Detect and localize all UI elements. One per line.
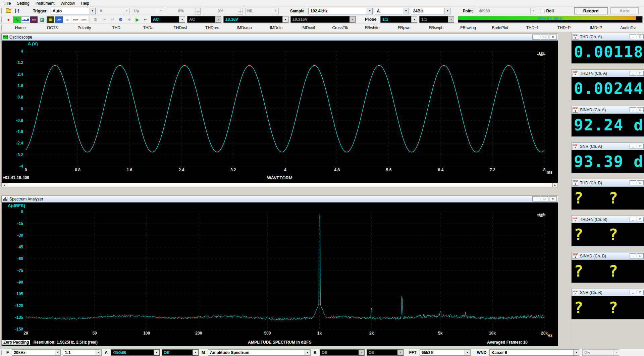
panel-tab-thdres[interactable]: THDres [196, 24, 228, 32]
panel-tab-frswph[interactable]: FRswph [420, 24, 452, 32]
panel-tab-imd~p[interactable]: IMD~P [580, 24, 612, 32]
chevron-down-icon[interactable]: ▼ [573, 350, 579, 355]
panel-tab-imdsmp[interactable]: IMDsmp [228, 24, 260, 32]
dut-icon[interactable]: DUT [55, 16, 63, 23]
toolbar-grip[interactable] [1, 8, 3, 14]
minimize-button[interactable]: _ [630, 144, 636, 149]
panel-tab-frpwn[interactable]: FRpwn [388, 24, 420, 32]
signal-generator-icon[interactable]: ≋ [47, 16, 54, 23]
restore-button[interactable]: □ [637, 217, 644, 222]
oscilloscope-titlebar[interactable]: Oscilloscope _ □ × [2, 34, 558, 41]
chevron-down-icon[interactable]: ▼ [154, 350, 159, 355]
scroll-right-icon[interactable]: ► [552, 183, 558, 187]
chevron-down-icon[interactable]: ▼ [465, 350, 470, 355]
ddp-titlebar[interactable]: DDP ⊕SINAD (Ch. B)_□× [572, 252, 644, 260]
panel-tab-thda[interactable]: THDa [132, 24, 164, 32]
sampling-rate-select[interactable]: 102.4kHz▼ [308, 8, 373, 14]
minimize-button[interactable]: _ [630, 290, 636, 295]
panel-tab-polarity[interactable]: Polarity [68, 24, 100, 32]
panel-tab-home[interactable]: Home [4, 24, 36, 32]
roll-checkbox[interactable] [540, 9, 544, 13]
menu-help[interactable]: Help [78, 0, 92, 6]
panel-tab-thdnsl[interactable]: THDnsl [164, 24, 196, 32]
chevron-down-icon[interactable]: ▼ [193, 350, 198, 355]
probe-a-select[interactable]: 1:1▼ [380, 16, 417, 23]
minimize-button[interactable]: _ [630, 34, 636, 39]
range-a-db-select[interactable]: -150dB▼ [111, 349, 160, 356]
panel-tab-imddin[interactable]: IMDdin [260, 24, 292, 32]
ddp-titlebar[interactable]: DDP ⊕SNR (Ch. A)_□× [572, 143, 644, 150]
ddp-titlebar[interactable]: DDP ⊕THD+N (Ch. A)_□× [572, 70, 644, 77]
panel-tab-oct3[interactable]: OCT3 [36, 24, 68, 32]
restore-button[interactable]: □ [637, 180, 644, 185]
ddp-titlebar[interactable]: DDP ⊕SNR (Ch. B)_□× [572, 289, 644, 296]
a-option-select[interactable]: Off▼ [162, 349, 199, 356]
restore-button[interactable]: □ [541, 196, 548, 201]
toolbar-grip[interactable] [1, 16, 3, 22]
menu-file[interactable]: File [1, 0, 14, 6]
ddp-titlebar[interactable]: DDP ⊕SINAD (Ch. A)_□× [572, 106, 644, 114]
probe-calibration-icon[interactable]: ⚙ [117, 16, 124, 23]
probe-ratio-select[interactable]: 1:1▼ [63, 349, 102, 356]
close-button[interactable]: × [549, 196, 557, 201]
panel-tab-thd[interactable]: THD [100, 24, 132, 32]
pump-icon[interactable]: ♜ [92, 16, 99, 23]
toolbar-grip[interactable] [1, 25, 3, 31]
scroll-left-icon[interactable]: ◄ [2, 183, 7, 187]
chevron-down-icon[interactable]: ▼ [403, 8, 409, 14]
ddc-icon[interactable]: DDC [80, 16, 88, 23]
chevron-down-icon[interactable]: ▼ [55, 350, 60, 355]
save-file-icon[interactable] [13, 8, 21, 14]
frequency-range-select[interactable]: 20kHz▼ [12, 349, 61, 356]
spectrum-analyzer-icon[interactable]: ▁▄▂▆ [21, 16, 29, 23]
toolbar-grip[interactable] [1, 350, 3, 355]
multimeter-icon[interactable]: 888 [30, 16, 38, 23]
oscilloscope-icon[interactable]: ∿ [13, 16, 21, 23]
minimize-button[interactable]: _ [630, 217, 636, 222]
panel-tab-thd~p[interactable]: THD~P [548, 24, 580, 32]
panel-tab-frswlog[interactable]: FRswlog [452, 24, 484, 32]
ddp-titlebar[interactable]: DDP ⊕THD (Ch. A)_□× [572, 33, 644, 41]
restore-button[interactable]: □ [637, 34, 644, 39]
chevron-down-icon[interactable]: ▼ [96, 350, 101, 355]
minimize-button[interactable]: _ [532, 35, 540, 40]
spectrum-titlebar[interactable]: Spectrum Analyzer _ □ × [2, 196, 558, 202]
panel-tab-imdccif[interactable]: IMDccif [292, 24, 324, 32]
horizontal-scrollbar[interactable]: ◄ ► [2, 183, 558, 187]
panel-tab-bodeplot[interactable]: BodePlot [484, 24, 516, 32]
bit-depth-select[interactable]: 24Bit▼ [411, 8, 450, 14]
ddp-viewer-icon[interactable]: DDP [72, 16, 79, 23]
panel-tab-thd~f[interactable]: THD~f [516, 24, 548, 32]
chevron-down-icon[interactable]: ▼ [411, 16, 417, 22]
restore-button[interactable]: □ [637, 71, 644, 76]
sampling-channel-select[interactable]: A▼ [375, 8, 409, 14]
run-loop-icon[interactable]: ▶∘ [142, 16, 150, 23]
chevron-down-icon[interactable]: ▼ [179, 16, 185, 22]
chevron-down-icon[interactable]: ▼ [282, 16, 288, 22]
restore-button[interactable]: □ [541, 35, 548, 40]
sound-device-icon[interactable]: ◁) [125, 16, 133, 23]
fft-size-select[interactable]: 65536▼ [420, 349, 471, 356]
window-function-select[interactable]: Kaiser 6▼ [489, 349, 579, 356]
run-icon[interactable]: ▶ [133, 16, 141, 23]
restore-button[interactable]: □ [637, 107, 644, 112]
spectrum-3d-plot-icon[interactable]: ◪ [38, 16, 46, 23]
device-test-plan-icon[interactable]: ≈ [63, 16, 71, 23]
minimize-button[interactable]: _ [532, 196, 540, 201]
close-button[interactable]: × [549, 35, 557, 40]
scrollbar-thumb[interactable] [7, 183, 552, 187]
range-a-select[interactable]: ±3.16V▼ [223, 16, 288, 23]
panel-tab-frwhite[interactable]: FRwhite [356, 24, 388, 32]
menu-window[interactable]: Window [57, 0, 78, 6]
marker-b-icon[interactable]: ⊥B [108, 16, 116, 23]
restore-button[interactable]: □ [637, 290, 644, 295]
record-icon[interactable]: ● [5, 16, 12, 23]
minimize-button[interactable]: _ [630, 180, 636, 185]
panel-tab-crosstlk[interactable]: CrossTlk [324, 24, 356, 32]
restore-button[interactable]: □ [637, 253, 644, 258]
ddp-titlebar[interactable]: DDP ⊕THD (Ch. B)_□× [572, 179, 644, 187]
chevron-down-icon[interactable]: ▼ [90, 8, 95, 14]
chevron-down-icon[interactable]: ▼ [367, 8, 372, 14]
record-button[interactable]: Record [574, 7, 608, 14]
trigger-mode-select[interactable]: Auto▼ [51, 8, 96, 14]
